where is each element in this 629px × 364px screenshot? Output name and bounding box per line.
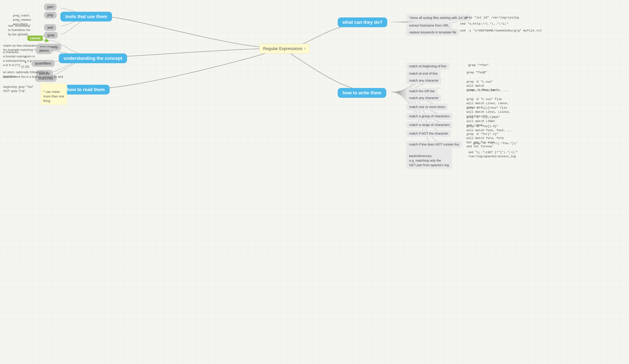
node-quantifiers: quantifiers — [32, 60, 55, 67]
central-label: Regular Expressions — [263, 46, 302, 51]
node-write-not-contain-code: grep -P '^(?!{.*foo.*})' — [473, 142, 518, 145]
topic-how-read[interactable]: how to read them — [62, 85, 110, 94]
q2: + — [24, 60, 27, 65]
node-write-beginning: match at beginning of line — [406, 63, 449, 70]
node-caret-note: ^ can mean more than one thing — [40, 83, 67, 105]
node-perl: perl — [44, 3, 57, 10]
node-replace-code: sed -i "s/HOSTNAME/tweedleburg/g" myfile… — [460, 29, 542, 32]
q1: * — [24, 55, 26, 60]
node-show-info: "show all syslog files starting with Jul… — [406, 14, 471, 21]
node-extract-info: extract hostname from URL — [406, 22, 452, 29]
node-write-beginning-code: grep "^foo" — [468, 63, 488, 67]
node-write-one-more: match one or more times — [406, 103, 448, 110]
node-branches-text: foo|bar, here foo is a branch and bar as… — [3, 75, 63, 79]
node-sed: sed — [44, 24, 56, 31]
node-grep: grep — [44, 32, 58, 39]
node-sed-text: sed "s/foo/bar/g" to Substitute foo by b… — [8, 19, 31, 36]
node-write-range: match a range of characters — [406, 121, 453, 128]
node-write-backref: backreferences, e.g. matching only the G… — [406, 147, 452, 169]
mindmap-container: Regular Expressions ≡ tools that use the… — [0, 0, 629, 364]
node-write-any2: match any character — [406, 94, 442, 101]
node-write-not-contain: match if line does NOT contain foo — [406, 141, 462, 148]
node-show-code: grep "Jul 18" /var/log/syslog — [465, 16, 519, 19]
topic-what[interactable]: what can they do? — [338, 17, 387, 27]
node-beginning-text: beginning: grep "^foo" — [3, 85, 33, 89]
node-write-any1: match any character — [406, 77, 442, 84]
node-not-text: NOT: grep "[^a]" — [3, 89, 25, 93]
node-replace-info: replace keywords in template file — [406, 29, 459, 36]
topic-tools[interactable]: tools that use them — [60, 12, 112, 21]
node-write-or: match foo OR bar — [406, 88, 438, 95]
topic-how-write[interactable]: how to write them — [338, 88, 386, 98]
node-extract-code: sed "s;http://(.*)..*;\1;" — [460, 22, 508, 26]
menu-icon[interactable]: ≡ — [304, 47, 306, 51]
q3: {2,16} — [21, 65, 29, 69]
node-atoms: atoms — [36, 47, 52, 54]
node-write-not-char: match if NOT the character — [406, 130, 451, 137]
node-write-backref-code: sed "s;.*\(GET [^"]*).*;\1;" /var/log/ap… — [468, 146, 517, 159]
central-node: Regular Expressions ≡ — [259, 44, 310, 54]
node-write-not-char-code: grep -E "for[^ e]" will match fora, forb… — [467, 128, 503, 149]
node-write-end: match at end of line — [406, 70, 441, 77]
node-write-group: match a group of characters — [406, 113, 453, 120]
node-write-end-code: grep "foo$" — [467, 71, 487, 74]
topic-understanding[interactable]: understanding the concept — [59, 53, 127, 63]
node-atoms-text: a character, a bracket expression or a s… — [3, 46, 35, 67]
node-php: php — [44, 12, 57, 19]
node-write-or-code: grep -E "foo|bar" — [467, 88, 498, 92]
